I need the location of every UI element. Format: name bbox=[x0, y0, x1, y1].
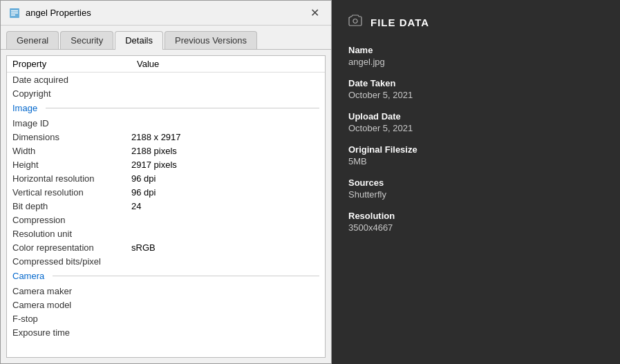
table-row: Compressed bits/pixel bbox=[7, 254, 325, 268]
file-info-label: Upload Date bbox=[348, 111, 603, 122]
file-info-value: angel.jpg bbox=[348, 57, 603, 67]
file-info-value: October 5, 2021 bbox=[348, 123, 603, 133]
file-data-title: FILE DATA bbox=[370, 17, 429, 28]
prop-value: 2917 pixels bbox=[131, 160, 319, 170]
close-button[interactable]: ✕ bbox=[306, 5, 323, 21]
dialog-content: Property Value Date acquiredCopyrightIma… bbox=[1, 50, 331, 363]
prop-name: Camera model bbox=[12, 300, 131, 310]
file-data-header: FILE DATA bbox=[348, 14, 603, 31]
prop-value: 96 dpi bbox=[131, 173, 319, 184]
table-row: Height2917 pixels bbox=[7, 157, 325, 171]
file-info-item: Date TakenOctober 5, 2021 bbox=[348, 78, 603, 100]
tab-previous-versions[interactable]: Previous Versions bbox=[165, 31, 257, 49]
section-header: Camera bbox=[7, 268, 325, 284]
table-header: Property Value bbox=[7, 56, 325, 73]
table-row: Horizontal resolution96 dpi bbox=[7, 171, 325, 185]
prop-name: Exposure time bbox=[12, 327, 131, 338]
file-info-item: Original Filesize5MB bbox=[348, 144, 603, 166]
table-row: Copyright bbox=[7, 86, 325, 100]
file-info-value: 5MB bbox=[348, 156, 603, 166]
title-bar-left: angel Properties bbox=[9, 8, 91, 19]
table-row: Bit depth24 bbox=[7, 199, 325, 213]
file-info-value: October 5, 2021 bbox=[348, 90, 603, 100]
file-info-label: Date Taken bbox=[348, 78, 603, 88]
table-row: Color representationsRGB bbox=[7, 240, 325, 254]
prop-name: Dimensions bbox=[12, 132, 131, 142]
table-row: Camera maker bbox=[7, 284, 325, 298]
prop-value: sRGB bbox=[131, 242, 319, 253]
prop-value: 2188 x 2917 bbox=[131, 132, 319, 142]
file-info-item: Upload DateOctober 5, 2021 bbox=[348, 111, 603, 133]
table-row: Dimensions2188 x 2917 bbox=[7, 130, 325, 144]
prop-value: 24 bbox=[131, 201, 319, 211]
title-bar: angel Properties ✕ bbox=[1, 1, 331, 26]
property-table: Property Value Date acquiredCopyrightIma… bbox=[6, 55, 326, 358]
table-row: Vertical resolution96 dpi bbox=[7, 185, 325, 199]
table-body[interactable]: Date acquiredCopyrightImageImage IDDimen… bbox=[7, 73, 325, 354]
window-title: angel Properties bbox=[26, 8, 91, 18]
table-row: Compression bbox=[7, 213, 325, 227]
prop-name: Horizontal resolution bbox=[12, 173, 131, 184]
file-info-list: Nameangel.jpgDate TakenOctober 5, 2021Up… bbox=[348, 45, 603, 233]
prop-value: 96 dpi bbox=[131, 187, 319, 198]
prop-name: Copyright bbox=[12, 88, 131, 99]
prop-name: Resolution unit bbox=[12, 229, 131, 239]
file-info-label: Original Filesize bbox=[348, 144, 603, 155]
file-info-label: Sources bbox=[348, 178, 603, 188]
prop-name: Vertical resolution bbox=[12, 187, 131, 198]
prop-name: Compression bbox=[12, 215, 131, 225]
file-info-item: SourcesShutterfly bbox=[348, 178, 603, 200]
prop-name: Width bbox=[12, 146, 131, 156]
table-row: Image ID bbox=[7, 116, 325, 130]
prop-name: F-stop bbox=[12, 314, 131, 324]
tab-bar: General Security Details Previous Versio… bbox=[1, 26, 331, 50]
svg-rect-2 bbox=[11, 12, 18, 14]
svg-rect-1 bbox=[11, 10, 18, 12]
table-row: Camera model bbox=[7, 298, 325, 312]
prop-name: Compressed bits/pixel bbox=[12, 256, 131, 267]
table-row: Exposure time bbox=[7, 325, 325, 339]
table-row: Resolution unit bbox=[7, 227, 325, 240]
section-header: Image bbox=[7, 100, 325, 116]
tab-details[interactable]: Details bbox=[115, 31, 163, 50]
prop-name: Camera maker bbox=[12, 286, 131, 296]
svg-point-4 bbox=[353, 19, 357, 23]
file-data-panel: FILE DATA Nameangel.jpgDate TakenOctober… bbox=[332, 0, 620, 364]
file-info-label: Resolution bbox=[348, 211, 603, 221]
camera-icon bbox=[348, 14, 362, 31]
properties-dialog: angel Properties ✕ General Security Deta… bbox=[0, 0, 332, 364]
prop-name: Date acquired bbox=[12, 75, 131, 85]
file-info-item: Nameangel.jpg bbox=[348, 45, 603, 67]
prop-value: 2188 pixels bbox=[131, 146, 319, 156]
table-row: Width2188 pixels bbox=[7, 144, 325, 157]
table-row: Date acquired bbox=[7, 73, 325, 86]
prop-name: Image ID bbox=[12, 118, 131, 128]
file-info-value: Shutterfly bbox=[348, 189, 603, 200]
col-property-header: Property bbox=[12, 59, 137, 69]
prop-name: Height bbox=[12, 160, 131, 170]
prop-name: Bit depth bbox=[12, 201, 131, 211]
prop-name: Color representation bbox=[12, 242, 131, 253]
table-row: F-stop bbox=[7, 312, 325, 325]
window-icon bbox=[9, 8, 20, 19]
svg-rect-3 bbox=[11, 15, 15, 16]
file-info-item: Resolution3500x4667 bbox=[348, 211, 603, 233]
tab-security[interactable]: Security bbox=[60, 31, 113, 49]
col-value-header: Value bbox=[137, 59, 319, 69]
tab-general[interactable]: General bbox=[6, 31, 59, 49]
file-info-label: Name bbox=[348, 45, 603, 55]
file-info-value: 3500x4667 bbox=[348, 222, 603, 233]
